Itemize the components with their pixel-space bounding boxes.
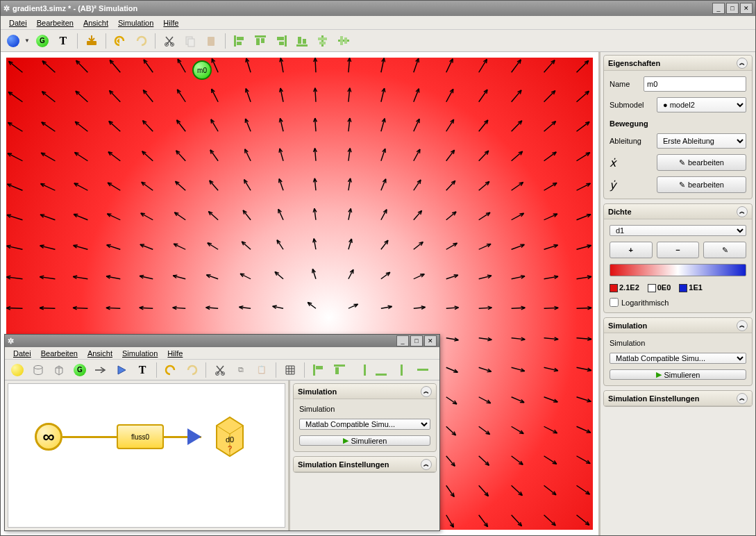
tool-blue-circle[interactable] [5,33,22,49]
svg-line-96 [7,184,22,190]
svg-rect-13 [277,37,284,40]
sub-close-button[interactable]: ✕ [424,335,437,346]
add-button[interactable]: + [610,242,653,258]
sink-node[interactable]: d0? [211,413,249,459]
tool-cube[interactable] [51,362,67,378]
svg-line-76 [544,122,556,132]
menu-file[interactable]: Datei [9,348,35,359]
sub-canvas[interactable]: ∞ fluss0 d0? [8,383,285,528]
tool-redo[interactable] [183,362,200,378]
tool-paste[interactable]: 📋 [253,362,270,378]
menu-view[interactable]: Ansicht [79,17,112,28]
align-bottom[interactable] [373,362,389,378]
svg-point-312 [34,365,42,369]
tool-cut[interactable] [161,33,178,49]
tool-save[interactable] [83,33,100,49]
align-center-v[interactable] [414,362,431,378]
svg-rect-5 [208,37,215,46]
align-left[interactable] [310,362,327,378]
svg-line-60 [8,122,23,131]
svg-line-185 [577,308,592,308]
align-top[interactable] [331,362,348,378]
collapse-icon[interactable]: ︽ [737,206,748,217]
simulation-select[interactable]: Matlab Compatible Simu... [610,353,746,364]
collapse-icon[interactable]: ︽ [737,320,748,331]
tool-yellow-circle[interactable] [9,362,26,378]
simulation-title: Simulation [298,387,337,396]
align-right[interactable] [352,362,369,378]
collapse-icon[interactable]: ︽ [421,459,432,470]
align-top[interactable] [252,33,269,49]
collapse-icon[interactable]: ︽ [737,393,748,404]
svg-line-92 [479,151,489,161]
simulation-select[interactable]: Matlab Compatible Simu... [299,419,430,430]
svg-line-116 [74,215,87,220]
submodel-select[interactable]: ● model2 [657,97,746,112]
svg-line-119 [174,212,185,220]
svg-line-143 [381,240,388,249]
tool-paste[interactable] [203,33,219,49]
maximize-button[interactable]: □ [726,3,739,14]
tool-undo[interactable] [112,33,128,49]
tool-text[interactable]: T [55,33,72,49]
svg-text:d0: d0 [226,435,234,444]
menu-simulation[interactable]: Simulation [114,17,158,28]
node-m0[interactable]: m0 [192,60,212,80]
sub-maximize-button[interactable]: □ [410,335,423,346]
svg-line-29 [178,59,185,72]
tool-redo[interactable] [133,33,149,49]
menu-view[interactable]: Ansicht [83,348,117,359]
movement-title: Bewegung [610,119,746,128]
tool-copy[interactable]: ⧉ [233,362,249,378]
tool-grid[interactable] [282,362,299,378]
sub-minimize-button[interactable]: _ [396,335,409,346]
run-simulation-button[interactable]: ▶Simulieren [610,369,746,380]
menu-help[interactable]: Hilfe [163,348,187,359]
density-select[interactable]: d1 [610,225,746,236]
name-input[interactable] [644,76,746,92]
edit-density-button[interactable]: ✎ [703,242,746,258]
collapse-icon[interactable]: ︽ [421,386,432,397]
svg-line-129 [512,213,524,220]
svg-line-254 [479,426,490,434]
edit-y-button[interactable]: ✎bearbeiten [657,176,746,193]
tool-undo[interactable] [162,362,179,378]
edit-x-button[interactable]: ✎bearbeiten [657,154,746,171]
align-center-v[interactable] [335,33,352,49]
menu-edit[interactable]: Bearbeiten [33,17,78,28]
align-center-h[interactable] [394,362,410,378]
source-node[interactable]: ∞ [35,423,62,451]
svg-line-93 [512,151,523,161]
align-bottom[interactable] [294,33,310,49]
log-checkbox[interactable] [610,298,619,307]
sub-panel-sim-settings: Simulation Einstellungen ︽ [293,456,437,473]
tool-global[interactable]: G [72,362,88,378]
menu-help[interactable]: Hilfe [159,17,183,28]
align-center-h[interactable] [314,33,331,49]
svg-line-235 [446,397,457,404]
menu-file[interactable]: Datei [5,17,31,28]
tool-text[interactable]: T [134,362,151,378]
play-icon: ▶ [343,436,348,445]
menu-simulation[interactable]: Simulation [118,348,162,359]
tool-arrow[interactable] [92,362,109,378]
tool-cut[interactable] [212,362,228,378]
minus-button[interactable]: − [657,242,700,258]
flow-node[interactable]: fluss0 [117,424,164,449]
svg-line-25 [42,61,55,73]
tool-blue-dropdown[interactable]: ▼ [24,37,30,44]
collapse-icon[interactable]: ︽ [737,58,748,69]
svg-line-95 [577,153,590,161]
tool-cylinder[interactable] [30,362,47,378]
svg-rect-17 [303,39,306,44]
tool-global[interactable]: G [34,33,51,49]
derivative-select[interactable]: Erste Ableitung [657,133,746,149]
menu-edit[interactable]: Bearbeiten [37,348,82,359]
minimize-button[interactable]: _ [712,3,725,14]
align-left[interactable] [231,33,248,49]
tool-play-arrow[interactable] [113,362,130,378]
close-button[interactable]: ✕ [740,3,753,14]
align-right[interactable] [273,33,289,49]
run-simulation-button[interactable]: ▶Simulieren [299,435,430,446]
tool-copy[interactable] [182,33,199,49]
